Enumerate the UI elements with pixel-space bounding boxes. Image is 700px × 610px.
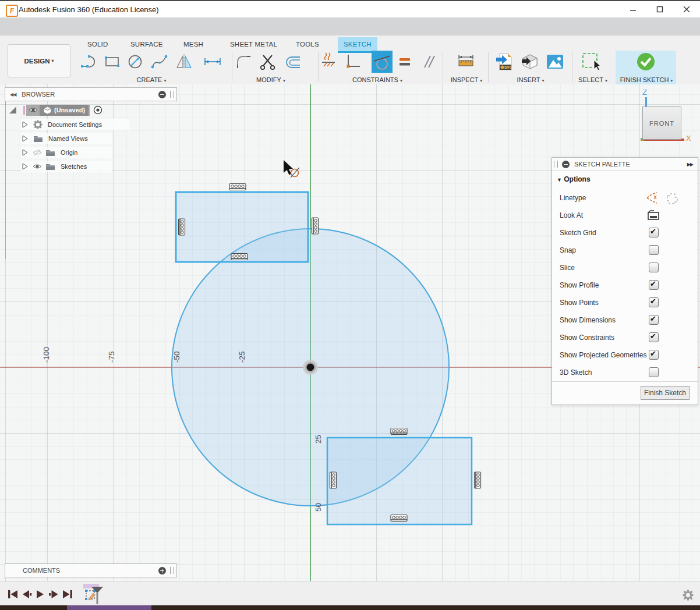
expand-collapsed-icon[interactable] — [21, 134, 29, 143]
inspect-group-dropdown[interactable]: INSPECT▾ — [451, 76, 483, 83]
horizontal-constraint-icon[interactable] — [391, 428, 407, 435]
line-tool-button[interactable] — [79, 52, 99, 72]
chevron-down-icon: ▾ — [164, 78, 166, 83]
expand-open-icon[interactable] — [8, 105, 17, 115]
visibility-eye-icon[interactable] — [33, 162, 42, 171]
timeline-go-to-end-button[interactable] — [61, 588, 74, 600]
collapse-left-icon[interactable]: ◀◀ — [10, 92, 16, 97]
rectangle-tool-button[interactable] — [102, 52, 122, 72]
sketch-rectangle-lower[interactable] — [327, 438, 472, 524]
timeline-settings-button[interactable] — [681, 588, 694, 601]
tab-mesh[interactable]: MESH — [178, 37, 209, 51]
vertical-constraint-icon[interactable] — [475, 472, 481, 488]
timeline-step-back-button[interactable] — [20, 588, 33, 600]
show-projected-geometries-checkbox[interactable] — [649, 350, 659, 360]
show-profile-checkbox[interactable] — [649, 280, 659, 290]
create-group-dropdown[interactable]: CREATE▾ — [137, 76, 167, 83]
spline-tool-button[interactable] — [150, 52, 169, 72]
show-constraints-checkbox[interactable] — [649, 332, 659, 342]
visibility-off-eye-icon[interactable] — [33, 148, 42, 157]
fillet-icon — [235, 53, 253, 70]
options-section-header[interactable]: ▼ Options — [557, 175, 591, 183]
tab-solid[interactable]: SOLID — [82, 37, 114, 51]
close-button[interactable] — [673, 1, 700, 17]
palette-drag-grip[interactable] — [554, 161, 558, 168]
tab-surface[interactable]: SURFACE — [125, 37, 169, 51]
viewcube-front-face[interactable]: FRONT — [642, 107, 681, 140]
select-group-dropdown[interactable]: SELECT▾ — [578, 76, 607, 83]
browser-root-row[interactable]: (Unsaved) — [8, 104, 129, 116]
row-label: Show Dimensions — [560, 316, 616, 324]
expand-right-icon[interactable]: ▶▶ — [687, 162, 693, 167]
finish-sketch-group-dropdown[interactable]: FINISH SKETCH▾ — [620, 76, 673, 83]
comments-drag-grip[interactable] — [170, 567, 174, 574]
expand-collapsed-icon[interactable] — [21, 162, 29, 171]
equal-constraint-button[interactable] — [395, 52, 415, 72]
fillet-tool-button[interactable] — [234, 52, 254, 72]
sketch-canvas[interactable]: -100 -75 -50 -25 25 50 FRONT Z X ◀◀ BROW… — [0, 84, 700, 581]
browser-item-sketches[interactable]: Sketches — [21, 161, 112, 172]
sketch-dimension-button[interactable] — [203, 52, 222, 72]
timeline-step-forward-button[interactable] — [47, 588, 60, 600]
bottom-strip-accent — [67, 605, 151, 610]
timeline-go-to-start-button[interactable] — [6, 588, 19, 600]
finish-sketch-button[interactable] — [636, 52, 656, 72]
3d-sketch-checkbox[interactable] — [649, 367, 659, 377]
snap-checkbox[interactable] — [649, 245, 659, 255]
horizontal-constraint-icon[interactable] — [229, 184, 246, 190]
constraints-group-dropdown[interactable]: CONSTRAINTS▾ — [352, 76, 402, 83]
trim-tool-button[interactable] — [258, 52, 278, 72]
visibility-eye-icon[interactable] — [29, 106, 38, 114]
finish-sketch-palette-button[interactable]: Finish Sketch — [641, 386, 690, 400]
measure-tool-button[interactable] — [456, 52, 476, 72]
circle-tool-button[interactable] — [125, 52, 145, 72]
workspace-switcher-design[interactable]: DESIGN ▾ — [8, 44, 70, 77]
vertical-constraint-icon[interactable] — [312, 218, 319, 234]
expand-collapsed-icon[interactable] — [21, 120, 29, 129]
maximize-button[interactable] — [646, 1, 673, 17]
timeline-play-button[interactable] — [34, 588, 47, 600]
show-points-checkbox[interactable] — [649, 297, 659, 307]
show-dimensions-checkbox[interactable] — [649, 315, 659, 325]
vertical-constraint-icon[interactable] — [330, 472, 337, 488]
offset-tool-button[interactable] — [283, 52, 303, 72]
mirror-tool-button[interactable] — [175, 52, 195, 72]
fix-constraint-button[interactable] — [320, 52, 337, 72]
browser-item-origin[interactable]: Origin — [21, 147, 112, 158]
look-at-icon[interactable] — [647, 209, 660, 222]
sketch-palette-header[interactable]: SKETCH PALETTE ▶▶ — [552, 158, 698, 171]
parallel-constraint-button[interactable] — [418, 52, 438, 72]
expand-collapsed-icon[interactable] — [21, 148, 29, 157]
browser-panel-header[interactable]: ◀◀ BROWSER — [5, 87, 177, 101]
sketch-rectangle-upper[interactable] — [176, 192, 308, 262]
browser-item-document-settings[interactable]: Document Settings — [21, 119, 129, 130]
browser-drag-grip[interactable] — [170, 91, 174, 98]
browser-item-named-views[interactable]: Named Views — [21, 133, 112, 144]
insert-group-dropdown[interactable]: INSERT▾ — [517, 76, 544, 83]
palette-collapse-icon[interactable] — [562, 161, 570, 168]
tab-tools[interactable]: TOOLS — [290, 37, 325, 51]
horizontal-vertical-constraint-button[interactable] — [342, 52, 362, 72]
origin-point[interactable] — [303, 360, 318, 375]
horizontal-constraint-icon[interactable] — [231, 254, 248, 260]
sketch-grid-checkbox[interactable] — [649, 228, 659, 237]
browser-collapse-icon[interactable] — [158, 91, 166, 98]
tangent-constraint-button-active[interactable] — [372, 51, 393, 73]
modify-group-dropdown[interactable]: MODIFY▾ — [256, 76, 285, 83]
timeline-position-marker[interactable] — [91, 586, 104, 605]
vertical-constraint-icon[interactable] — [179, 219, 185, 235]
tab-sheet-metal[interactable]: SHEET METAL — [224, 37, 283, 51]
insert-canvas-button[interactable] — [545, 52, 565, 72]
comments-bar[interactable]: COMMENTS — [5, 563, 177, 577]
activate-radio-icon[interactable] — [93, 105, 102, 115]
slice-checkbox[interactable] — [649, 263, 659, 272]
centerline-linetype-icon[interactable] — [645, 191, 659, 205]
construction-linetype-icon[interactable] — [664, 191, 678, 205]
add-comment-icon[interactable] — [158, 567, 166, 574]
horizontal-constraint-icon[interactable] — [391, 515, 407, 522]
select-tool-button[interactable] — [581, 52, 601, 72]
minimize-button[interactable] — [620, 1, 646, 17]
palette-title: SKETCH PALETTE — [574, 161, 630, 168]
insert-mesh-button[interactable] — [520, 52, 540, 72]
insert-svg-button[interactable]: SVG — [494, 52, 514, 72]
